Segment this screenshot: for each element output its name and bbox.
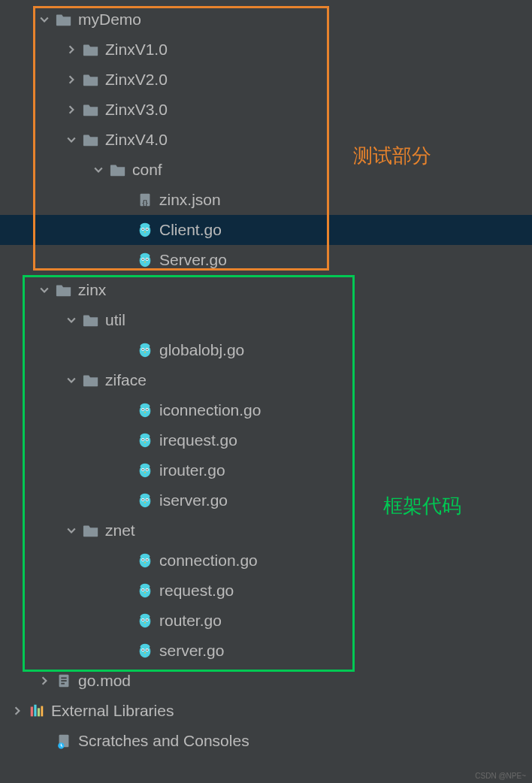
tree-row[interactable]: irouter.go bbox=[0, 455, 532, 485]
svg-point-64 bbox=[144, 592, 146, 593]
tree-row[interactable]: myDemo bbox=[0, 5, 532, 35]
folder-icon bbox=[83, 41, 99, 58]
svg-point-76 bbox=[142, 649, 144, 651]
tree-item-label: znet bbox=[105, 521, 135, 540]
tree-row[interactable]: Scratches and Consoles bbox=[0, 726, 532, 756]
svg-point-45 bbox=[141, 494, 150, 499]
tree-row[interactable]: ZinxV3.0 bbox=[0, 95, 532, 125]
tree-row[interactable]: Server.go bbox=[0, 245, 532, 275]
project-tree[interactable]: myDemoZinxV1.0ZinxV2.0ZinxV3.0ZinxV4.0co… bbox=[0, 0, 532, 756]
svg-point-13 bbox=[142, 258, 144, 260]
tree-item-label: conf bbox=[132, 161, 162, 179]
chevron-down-icon[interactable] bbox=[63, 132, 80, 148]
svg-point-7 bbox=[147, 228, 148, 230]
svg-point-3 bbox=[141, 223, 150, 228]
svg-point-42 bbox=[147, 469, 148, 470]
tree-item-label: iserver.go bbox=[159, 491, 228, 509]
go-file-icon bbox=[137, 642, 153, 659]
svg-point-62 bbox=[142, 589, 144, 591]
tree-row[interactable]: znet bbox=[0, 515, 532, 546]
tree-row[interactable]: router.go bbox=[0, 606, 532, 636]
tree-item-label: iconnection.go bbox=[159, 401, 261, 419]
tree-item-label: ZinxV2.0 bbox=[105, 71, 168, 89]
svg-point-73 bbox=[141, 644, 150, 649]
svg-point-21 bbox=[147, 349, 148, 350]
svg-rect-81 bbox=[61, 680, 66, 682]
tree-row[interactable]: go.mod bbox=[0, 666, 532, 696]
tree-item-label: zinx.json bbox=[159, 191, 221, 209]
svg-point-10 bbox=[141, 253, 150, 258]
svg-point-17 bbox=[141, 343, 150, 349]
tree-row[interactable]: irequest.go bbox=[0, 425, 532, 455]
tree-row[interactable]: External Libraries bbox=[0, 696, 532, 726]
chevron-down-icon[interactable] bbox=[36, 282, 53, 298]
tree-item-label: zinx bbox=[78, 281, 106, 299]
go-file-icon bbox=[137, 342, 153, 358]
tree-row[interactable]: ZinxV2.0 bbox=[0, 65, 532, 95]
go-file-icon bbox=[137, 462, 153, 479]
svg-rect-84 bbox=[34, 705, 36, 717]
chevron-right-icon[interactable] bbox=[63, 101, 80, 118]
tree-item-label: connection.go bbox=[159, 552, 258, 570]
tree-row[interactable]: util bbox=[0, 305, 532, 335]
tree-row[interactable]: server.go bbox=[0, 636, 532, 666]
tree-row[interactable]: iserver.go bbox=[0, 485, 532, 515]
go-file-icon bbox=[137, 222, 153, 238]
chevron-down-icon[interactable] bbox=[63, 372, 80, 388]
go-file-icon bbox=[137, 492, 153, 509]
go-file-icon bbox=[137, 612, 153, 629]
svg-point-20 bbox=[142, 349, 144, 350]
go-file-icon bbox=[137, 552, 153, 569]
folder-icon bbox=[56, 282, 72, 298]
svg-point-28 bbox=[147, 409, 148, 410]
folder-icon bbox=[83, 522, 99, 539]
tree-item-label: irequest.go bbox=[159, 431, 237, 449]
folder-icon bbox=[83, 312, 99, 328]
tree-row[interactable]: ZinxV4.0 bbox=[0, 125, 532, 155]
tree-row[interactable]: ziface bbox=[0, 365, 532, 395]
tree-row[interactable]: globalobj.go bbox=[0, 335, 532, 365]
tree-row[interactable]: Client.go bbox=[0, 215, 532, 245]
svg-point-31 bbox=[141, 434, 150, 439]
tree-item-label: myDemo bbox=[78, 11, 141, 29]
chevron-down-icon[interactable] bbox=[36, 11, 53, 28]
folder-icon bbox=[110, 162, 126, 178]
svg-point-6 bbox=[142, 228, 144, 230]
tree-item-label: server.go bbox=[159, 642, 224, 660]
tree-row[interactable]: zinx bbox=[0, 275, 532, 305]
scratch-icon bbox=[56, 733, 72, 749]
chevron-right-icon[interactable] bbox=[63, 41, 80, 58]
tree-item-label: Server.go bbox=[159, 251, 227, 269]
svg-point-35 bbox=[147, 439, 148, 440]
svg-point-48 bbox=[142, 499, 144, 500]
tree-item-label: Client.go bbox=[159, 221, 222, 239]
chevron-down-icon[interactable] bbox=[63, 522, 80, 539]
svg-point-71 bbox=[144, 622, 146, 623]
svg-point-49 bbox=[147, 499, 148, 500]
svg-point-24 bbox=[141, 404, 150, 409]
chevron-right-icon[interactable] bbox=[9, 703, 26, 719]
tree-row[interactable]: iconnection.go bbox=[0, 395, 532, 425]
chevron-down-icon[interactable] bbox=[63, 312, 80, 328]
go-file-icon bbox=[137, 432, 153, 449]
tree-row[interactable]: {}zinx.json bbox=[0, 185, 532, 215]
svg-point-41 bbox=[142, 469, 144, 470]
tree-row[interactable]: ZinxV1.0 bbox=[0, 35, 532, 65]
tree-row[interactable]: conf bbox=[0, 155, 532, 185]
svg-point-15 bbox=[144, 262, 146, 262]
tree-row[interactable]: request.go bbox=[0, 576, 532, 606]
svg-point-59 bbox=[141, 584, 150, 589]
svg-point-66 bbox=[141, 614, 150, 619]
chevron-right-icon[interactable] bbox=[63, 71, 80, 88]
svg-point-22 bbox=[144, 352, 146, 352]
tree-item-label: go.mod bbox=[78, 672, 131, 690]
tree-item-label: router.go bbox=[159, 612, 222, 630]
svg-point-36 bbox=[144, 442, 146, 443]
svg-point-63 bbox=[147, 589, 148, 591]
chevron-right-icon[interactable] bbox=[36, 673, 53, 689]
tree-item-label: External Libraries bbox=[51, 702, 174, 720]
tree-row[interactable]: connection.go bbox=[0, 546, 532, 576]
chevron-down-icon[interactable] bbox=[90, 162, 107, 178]
tree-item-label: irouter.go bbox=[159, 461, 225, 479]
svg-point-52 bbox=[141, 554, 150, 559]
